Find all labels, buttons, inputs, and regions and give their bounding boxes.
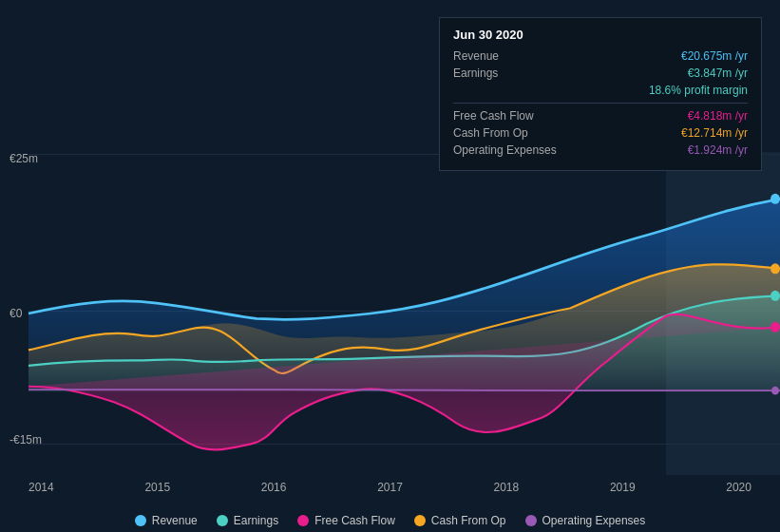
x-axis: 2014 2015 2016 2017 2018 2019 2020 (29, 481, 780, 494)
legend-label-opex: Operating Expenses (542, 514, 646, 527)
x-label-2019: 2019 (610, 481, 636, 494)
chart-legend: Revenue Earnings Free Cash Flow Cash Fro… (0, 514, 780, 527)
legend-dot-opex (525, 515, 537, 526)
opex-dot (771, 387, 779, 395)
tooltip-date: Jun 30 2020 (453, 28, 748, 42)
earnings-dot (770, 291, 780, 301)
legend-cashfromop[interactable]: Cash From Op (414, 514, 506, 527)
legend-opex[interactable]: Operating Expenses (525, 514, 646, 527)
chart-svg (0, 152, 780, 475)
cashfromop-dot (770, 263, 780, 274)
cashfromop-value: €12.714m /yr (681, 126, 748, 140)
legend-label-cashfromop: Cash From Op (431, 514, 506, 527)
revenue-label: Revenue (453, 49, 499, 63)
x-label-2018: 2018 (494, 481, 520, 494)
cashfromop-label: Cash From Op (453, 126, 528, 140)
legend-label-earnings: Earnings (234, 514, 278, 527)
revenue-dot (770, 194, 780, 204)
legend-label-revenue: Revenue (152, 514, 198, 527)
x-label-2014: 2014 (29, 481, 54, 494)
opex-label: Operating Expenses (453, 143, 557, 157)
legend-label-fcf: Free Cash Flow (314, 514, 395, 527)
fcf-value: €4.818m /yr (688, 109, 748, 123)
revenue-value: €20.675m /yr (681, 49, 748, 63)
tooltip-cashfromop: Cash From Op €12.714m /yr (453, 126, 748, 140)
legend-dot-earnings (217, 515, 228, 526)
tooltip-fcf: Free Cash Flow €4.818m /yr (453, 109, 748, 123)
x-label-2017: 2017 (377, 481, 403, 494)
legend-earnings[interactable]: Earnings (217, 514, 278, 527)
x-label-2015: 2015 (144, 481, 170, 494)
chart-area: €25m €0 -€15m (0, 152, 780, 475)
tooltip-opex: Operating Expenses €1.924m /yr (453, 143, 748, 157)
x-label-2020: 2020 (726, 481, 751, 494)
tooltip-earnings: Earnings €3.847m /yr (453, 66, 748, 80)
tooltip-revenue: Revenue €20.675m /yr (453, 49, 748, 63)
tooltip-panel: Jun 30 2020 Revenue €20.675m /yr Earning… (439, 17, 762, 171)
legend-dot-cashfromop (414, 515, 426, 526)
fcf-label: Free Cash Flow (453, 109, 534, 123)
legend-dot-revenue (135, 515, 146, 526)
legend-fcf[interactable]: Free Cash Flow (297, 514, 395, 527)
earnings-label: Earnings (453, 66, 498, 80)
legend-revenue[interactable]: Revenue (135, 514, 198, 527)
x-label-2016: 2016 (261, 481, 287, 494)
opex-value: €1.924m /yr (688, 143, 748, 157)
earnings-value: €3.847m /yr (688, 66, 748, 80)
fcf-dot (770, 322, 780, 332)
profit-margin: 18.6% profit margin (453, 84, 748, 97)
legend-dot-fcf (297, 515, 309, 526)
